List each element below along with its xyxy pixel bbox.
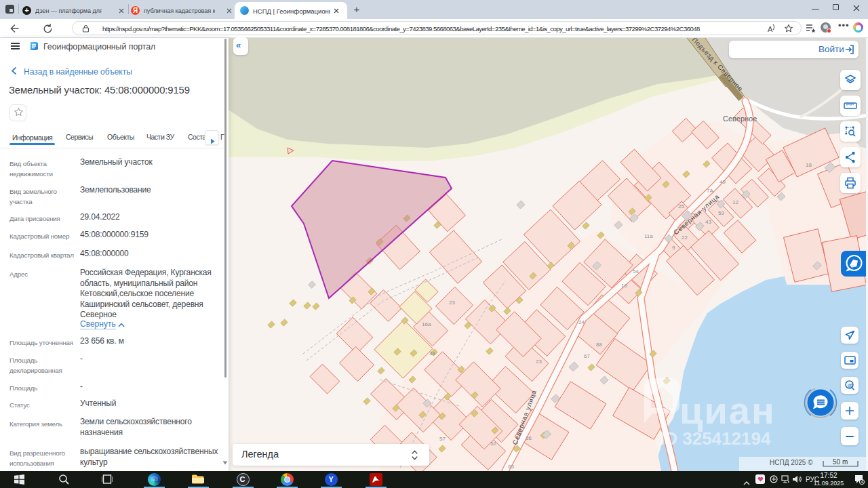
svg-text:57: 57 [439, 436, 446, 442]
svg-text:4: 4 [861, 479, 864, 484]
svg-text:88: 88 [596, 342, 602, 348]
svg-text:Северное: Северное [723, 115, 757, 123]
svg-text:16: 16 [621, 283, 627, 289]
svg-text:7А: 7А [707, 188, 713, 194]
svg-text:24: 24 [578, 319, 585, 325]
svg-text:67: 67 [584, 353, 590, 359]
svg-text:18: 18 [806, 162, 812, 168]
svg-text:50 m: 50 m [833, 458, 848, 466]
svg-text:38: 38 [429, 350, 435, 357]
svg-text:циан: циан [679, 389, 776, 432]
svg-text:52: 52 [490, 441, 496, 447]
svg-text:@: @ [848, 382, 853, 388]
svg-text:23: 23 [449, 300, 455, 306]
svg-text:22: 22 [682, 235, 688, 241]
svg-text:23: 23 [536, 359, 542, 365]
svg-text:65: 65 [508, 464, 514, 470]
svg-text:9: 9 [672, 245, 675, 251]
svg-text:11а: 11а [644, 233, 653, 239]
svg-text:ID 325412194: ID 325412194 [660, 428, 771, 449]
svg-text:36: 36 [526, 435, 532, 441]
svg-text:49: 49 [719, 179, 726, 185]
svg-text:43: 43 [705, 219, 711, 225]
svg-text:16а: 16а [422, 321, 431, 327]
svg-text:12: 12 [732, 199, 738, 205]
svg-text:54: 54 [633, 268, 639, 274]
svg-text:25: 25 [678, 203, 684, 209]
svg-text:59: 59 [718, 210, 724, 216]
